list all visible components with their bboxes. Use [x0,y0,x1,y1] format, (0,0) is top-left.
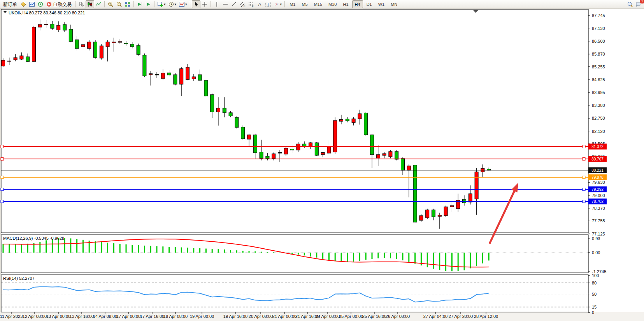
timeframe-m30-button[interactable]: M30 [326,0,339,8]
hline-handle-right[interactable] [583,200,585,203]
rsi-axis-label: 50 [592,292,597,297]
svg-text:E: E [244,5,246,7]
time-axis-label: 25 Apr 00:00 [339,314,363,319]
crosshair-button[interactable] [200,0,209,8]
time-axis-label: 20 Apr 08:00 [249,314,273,319]
channel-tool-button[interactable]: E [238,0,247,8]
hline-handle-right[interactable] [583,158,585,160]
rsi-label: RSI(14) 52.2707 [3,276,35,281]
candle [174,73,177,85]
chat-icon[interactable]: 1 [634,0,643,8]
time-axis-label: 17 Apr 16:00 [140,314,164,319]
label-tool-button[interactable]: T [264,0,272,8]
text-tool-button[interactable]: A [255,0,264,8]
toolbar-separator [190,1,190,7]
chat-badge: 1 [640,0,644,3]
price-axis-label: 82.750 [592,116,605,120]
time-axis-label: 19 Apr 16:00 [223,314,247,319]
fibonacci-tool-button[interactable]: F [247,0,255,8]
auto-scroll-button[interactable] [135,0,144,8]
zoom-in-button[interactable] [106,0,115,8]
candle [426,209,429,219]
period-caret-icon[interactable]: ▾ [175,2,177,6]
hline-handle-left[interactable] [1,188,4,191]
candle [94,40,97,59]
new-chart-caret-icon[interactable]: ▾ [164,2,166,6]
tile-windows-button[interactable] [123,0,132,8]
indicators-caret-icon[interactable]: ▾ [185,2,187,6]
hline-handle-left[interactable] [1,200,4,203]
macd-axis-label: 0.00 [592,250,600,255]
macd-panel[interactable] [1,235,588,273]
hline-handle-right[interactable] [583,145,585,148]
rsi-axis-label: 100 [592,273,599,278]
hline-handle-right[interactable] [583,188,585,191]
arrows-tool-button[interactable]: ▾ [272,0,283,8]
hline-handle-left[interactable] [1,145,4,148]
price-axis-label: 82.120 [592,129,605,134]
timeframe-m15-button[interactable]: M15 [311,0,325,8]
candle [143,54,146,77]
mt4-window: 新订单 自动交易 [0,0,644,321]
timeframe-h1-button[interactable]: H1 [340,0,351,8]
candle [444,206,447,217]
chart-window-icon[interactable] [28,0,36,8]
time-axis-label: 14 Apr 08:00 [93,314,117,319]
cursor-button[interactable] [192,0,200,8]
price-axis-label: 86.500 [592,39,605,44]
autotrade-label: 自动交易 [52,1,72,8]
price-badge-label: 81.372 [591,145,604,149]
candle [204,79,208,97]
search-icon[interactable] [626,0,634,8]
zoom-out-button[interactable] [115,0,123,8]
timeframe-h4-button[interactable]: H4 [352,0,363,8]
chart-shift-button[interactable] [144,0,153,8]
time-axis-label: 21 Apr 00:00 [272,314,297,319]
indicators-button[interactable]: ▾ [177,0,188,8]
toolbar-separator [211,1,211,7]
candlestick-chart-type-button[interactable] [86,0,94,8]
bar-chart-type-button[interactable] [77,0,86,8]
horizontal-line-tool-button[interactable] [221,0,230,8]
signals-icon[interactable] [36,0,45,8]
new-chart-button[interactable]: ▾ [156,0,167,8]
hline-handle-right[interactable] [583,176,585,179]
price-badge-label: 78.702 [591,199,604,204]
trendline-tool-button[interactable] [230,0,238,8]
macd-label: MACD(12,26,9) -0.5345 -0.9628 [3,236,64,241]
timeframe-mn-button[interactable]: MN [388,0,400,8]
rsi-axis-label: 0 [592,310,594,315]
toolbar-separator [104,1,105,7]
candle [137,44,140,56]
candle [413,164,417,223]
line-chart-type-button[interactable] [94,0,103,8]
timeframe-m1-button[interactable]: M1 [287,0,298,8]
chart-canvas[interactable]: 87.74587.13086.50085.87085.25584.62583.9… [0,0,644,321]
market-gold-icon[interactable] [19,0,28,8]
time-axis-label: 17 Apr 00:00 [116,314,140,319]
time-axis-label: 12 Apr 08:00 [23,314,47,319]
timeframe-group: M1M5M15M30H1H4D1W1MN [286,0,400,8]
hline-handle-left[interactable] [1,158,4,160]
hline-handle-left[interactable] [1,176,4,179]
rsi-panel[interactable] [1,275,588,312]
price-axis-label: 85.870 [592,52,605,56]
time-axis-label: 19 Apr 00:00 [190,314,214,319]
time-axis-label: 27 Apr 04:00 [423,314,447,319]
toolbar-separator [284,1,285,7]
candle [32,26,36,62]
timeframe-d1-button[interactable]: D1 [364,0,375,8]
vertical-line-tool-button[interactable] [212,0,221,8]
arrows-caret-icon[interactable]: ▾ [280,2,282,6]
price-axis-label: 87.745 [592,13,605,18]
time-axis-label: 11 Apr 2023 [0,314,23,319]
price-badge-label: 79.292 [591,187,604,192]
timeframe-m5-button[interactable]: M5 [299,0,310,8]
period-clock-button[interactable]: ▾ [167,0,178,8]
toolbar-separator [154,1,154,7]
new-order-button[interactable]: 新订单 [1,0,19,8]
time-axis-label: 24 Apr 08:00 [316,314,340,319]
timeframe-w1-button[interactable]: W1 [376,0,388,8]
autotrade-button[interactable]: 自动交易 [45,0,74,8]
price-axis-label: 84.625 [592,77,605,82]
